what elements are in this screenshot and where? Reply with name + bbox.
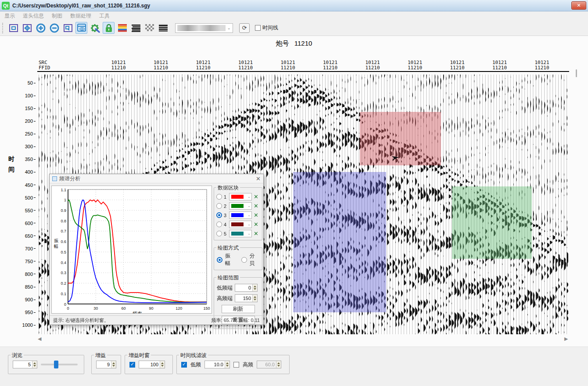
chevron-down-icon: ⌄ [227,25,231,30]
svg-text:0: 0 [67,306,69,311]
browse-slider-handle[interactable] [54,361,58,368]
title-bar[interactable]: Qt C:/Users/zyw/Desktop/yl01_raw_shot_11… [0,0,588,11]
low-freq-spin-buttons[interactable] [252,284,257,291]
gain-spin-buttons[interactable] [111,361,116,368]
data-block-color-combo-3[interactable]: ⌄ [229,211,252,219]
color-swatch [231,204,244,208]
high-freq-spinbox[interactable]: 150 [235,294,258,302]
svg-text:120: 120 [176,306,182,311]
high-pass-value[interactable]: 60.0 [257,361,276,368]
data-block-radio-3[interactable] [216,212,222,218]
data-block-radio-5[interactable] [216,231,222,236]
data-block-delete-button-3[interactable]: ✕ [254,212,258,218]
fit-width-button[interactable] [21,22,33,34]
menu-item-1[interactable]: 显示 [4,12,15,20]
color-display-button[interactable] [116,22,128,34]
low-pass-value[interactable]: 10.0 [205,361,225,368]
data-block-row: 3⌄✕ [216,211,260,220]
low-pass-checkbox[interactable] [181,362,187,368]
time-tick-label: 550 [25,208,36,213]
gain-window-spin-buttons[interactable] [160,361,165,368]
high-freq-value[interactable]: 150 [235,295,252,302]
data-block-radio-4[interactable] [216,222,222,227]
low-pass-spin-buttons[interactable] [225,361,229,368]
timeline-checkbox[interactable]: 时间线 [255,24,278,32]
data-block-delete-button-4[interactable]: ✕ [254,221,258,228]
data-block-radio-2[interactable] [216,203,222,209]
zoom-in-button[interactable] [35,22,47,34]
data-block-radio-1[interactable] [216,194,222,200]
data-block-color-combo-1[interactable]: ⌄ [229,193,252,200]
wiggle-display-button[interactable] [130,22,142,34]
browse-spin-buttons[interactable] [32,361,37,368]
data-block-delete-button-5[interactable]: ✕ [254,230,258,237]
analysis-region-1[interactable] [360,112,441,165]
high-pass-checkbox[interactable] [233,362,239,368]
spectrum-dialog-title: 频谱分析 [59,175,80,182]
display-preview-icon [76,23,87,33]
time-tick-label: 700 [25,246,36,251]
gain-window-value[interactable]: 100 [139,361,160,368]
data-block-delete-button-2[interactable]: ✕ [254,203,258,209]
mode-decibel-radio[interactable] [241,257,247,263]
time-tick-label: 350 [25,157,36,162]
spectrum-dialog-titlebar[interactable]: 频谱分析 ✕ [50,174,263,183]
chevron-down-icon: ⌄ [247,213,251,217]
mode-amplitude-radio[interactable] [217,257,222,263]
menu-item-5[interactable]: 工具 [99,12,110,20]
color-display-icon [117,23,128,33]
data-block-color-combo-2[interactable]: ⌄ [229,202,252,210]
menu-item-2[interactable]: 道头信息 [23,12,44,20]
trace-header-value: 11210 [323,65,337,71]
trace-header-value: 11210 [238,65,253,71]
time-tick-label: 800 [25,272,36,277]
high-pass-spin-buttons[interactable] [276,361,281,368]
window-restore-icon [63,23,73,33]
display-preview-button[interactable] [75,22,87,34]
gain-window-checkbox[interactable] [129,362,135,368]
timeline-checkbox-label: 时间线 [262,24,278,32]
zoom-out-button[interactable] [48,22,60,34]
browse-slider[interactable] [41,364,78,365]
low-freq-value[interactable]: 0 [235,284,252,291]
toolbar-grip[interactable] [2,23,4,33]
data-block-color-combo-4[interactable]: ⌄ [229,221,252,228]
scroll-right-arrow[interactable]: ▶ [564,336,568,342]
vertical-scrollbar-thumb[interactable] [576,69,577,77]
settings-button[interactable] [89,22,101,34]
lock-button[interactable] [103,22,115,34]
capture-button[interactable]: ⟳ [239,23,250,33]
wiggle-display-icon [131,23,141,33]
high-freq-label: 高频端 [217,295,233,302]
high-freq-spin-buttons[interactable] [252,295,257,302]
window-close-button[interactable]: ✕ [571,1,586,10]
refresh-button[interactable]: 刷新 [222,305,255,313]
fit-view-button[interactable] [7,22,19,34]
density-display-button[interactable] [143,22,155,34]
spectrum-dialog-close-button[interactable]: ✕ [256,175,261,182]
dialog-window-icon [52,176,57,181]
data-block-color-combo-5[interactable]: ⌄ [229,230,252,237]
spectrum-chart-panel[interactable]: 00.10.20.30.40.50.60.70.80.911.103060901… [51,186,212,314]
time-tick-label: 750 [25,259,36,264]
scroll-left-arrow[interactable]: ◀ [38,336,41,342]
timeline-checkbox-box[interactable] [255,25,261,31]
analysis-region-3[interactable] [293,172,386,312]
low-pass-spinbox[interactable]: 10.0 [204,361,230,368]
display-mode-combo[interactable]: ⌄ [175,23,233,33]
overlay-display-button[interactable] [157,22,169,34]
data-block-delete-button-1[interactable]: ✕ [254,193,258,200]
analysis-region-2[interactable] [452,186,532,259]
browse-spinbox[interactable]: 5 [13,361,37,368]
spectrum-chart: 00.10.20.30.40.50.60.70.80.911.103060901… [52,186,212,313]
low-freq-spinbox[interactable]: 0 [235,284,258,292]
gain-spinbox[interactable]: 9 [96,361,116,368]
menu-item-4[interactable]: 数据处理 [70,12,91,20]
browse-value[interactable]: 5 [13,361,32,368]
window-restore-button[interactable] [62,22,74,34]
gain-value[interactable]: 9 [97,361,111,368]
lock-icon [104,23,113,33]
high-pass-spinbox[interactable]: 60.0 [257,361,281,368]
menu-item-3[interactable]: 制图 [52,12,62,20]
gain-window-spinbox[interactable]: 100 [139,361,165,368]
